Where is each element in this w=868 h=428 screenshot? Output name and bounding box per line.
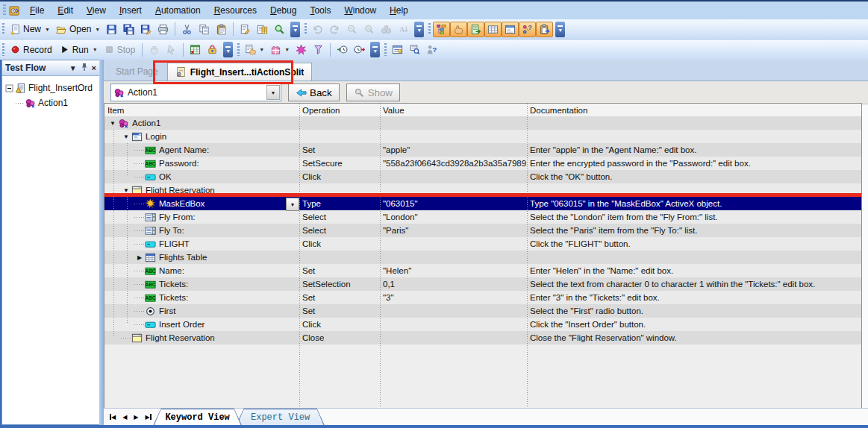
cut-button[interactable] [178,22,196,37]
object-spy-button[interactable] [163,42,180,57]
operation-cell[interactable]: Set [299,145,380,154]
table-row[interactable]: ABCTickets:SetSelection0,1Select the tex… [104,277,861,291]
operation-cell[interactable]: Click [299,239,380,248]
toolbar-options-chevron-icon[interactable]: ▾ [555,22,565,37]
column-value[interactable]: Value [380,106,527,115]
dropdown-arrow-icon[interactable]: ▼ [258,47,264,52]
documentation-cell[interactable]: Select the "First" radio button. [527,306,861,315]
show-button[interactable]: Show [346,84,400,101]
table-row[interactable]: ▶Flights Table [104,251,861,264]
first-view-button[interactable]: ◀ [110,414,116,421]
operation-cell[interactable]: Set [299,306,380,315]
undo-button[interactable] [309,22,326,37]
documentation-cell[interactable]: Close the "Flight Reservation" window. [527,333,861,342]
help-assistant-button[interactable]: ? [423,42,440,57]
value-cell[interactable]: "558a23f06643cd3928a2b3a35a7989... [380,159,527,168]
new-document-button[interactable]: New▼ [7,22,53,37]
table-row[interactable]: ▼Action1 [104,116,861,130]
menu-file[interactable]: File [23,3,51,18]
toolbar-options-chevron-icon[interactable]: ▾ [370,42,380,57]
column-documentation[interactable]: Documentation [527,106,861,115]
find-binoculars-button[interactable] [378,22,395,37]
parameterize-star-button[interactable] [293,42,310,57]
redo-button[interactable] [326,22,343,37]
test-results-button[interactable] [389,42,406,57]
properties-clipboard-button[interactable] [536,22,553,37]
table-row[interactable]: OKClickClick the "OK" button. [104,170,861,183]
value-cell[interactable]: "apple" [380,145,527,154]
documentation-cell[interactable]: Click the "Insert Order" button. [527,320,861,329]
value-cell[interactable]: "063015" [380,199,527,208]
expand-arrow[interactable]: ▼ [121,133,131,140]
operation-cell[interactable]: Set [299,293,380,302]
panel-menu-icon[interactable]: ▼ [69,64,77,72]
operation-cell[interactable]: Click [299,320,380,329]
documentation-cell[interactable]: Enter the encrypted password in the "Pas… [527,159,861,168]
record-button[interactable]: Record [7,42,56,57]
recovery-hand-button[interactable] [450,22,467,37]
table-row[interactable]: Fly To:Select"Paris"Select the "Paris" i… [104,224,861,237]
dropdown-arrow-icon[interactable]: ▼ [44,27,50,32]
pin-icon[interactable] [81,63,88,73]
document-tab[interactable]: Flight_Insert...tiActionSplit [167,63,313,81]
table-row[interactable]: Flight ReservationCloseClose the "Flight… [104,331,861,344]
object-lock-button[interactable] [204,42,221,57]
operation-cell[interactable]: Select [299,213,380,221]
save-as-button[interactable] [137,22,154,37]
analog-mouse-button[interactable] [146,42,163,57]
open-folder-button[interactable]: Open▼ [53,22,103,37]
run-to-step-button[interactable] [351,42,368,57]
item-dropdown-button[interactable]: ▼ [286,198,299,211]
documentation-cell[interactable]: Enter "3" in the "Tickets:" edit box. [527,293,861,302]
object-repository-doc-button[interactable] [254,22,271,37]
table-row[interactable]: ABCName:Set"Helen"Enter "Helen" in the "… [104,264,861,277]
operation-cell[interactable]: SetSelection [299,280,380,289]
dropdown-arrow-icon[interactable]: ▼ [94,27,100,32]
documentation-cell[interactable]: Enter "apple" in the "Agent Name:" edit … [527,145,861,154]
table-row[interactable]: Insert OrderClickClick the "Insert Order… [104,318,861,331]
next-view-button[interactable]: ▶ [134,414,138,421]
documentation-cell[interactable]: Select the text from character 0 to char… [527,280,861,289]
expand-arrow[interactable]: ▼ [107,120,118,127]
operation-cell[interactable]: Type [299,199,380,208]
menu-automation[interactable]: Automation [149,3,207,18]
back-button[interactable]: Back [288,84,340,101]
rename-button[interactable] [237,22,254,37]
documentation-cell[interactable]: Enter "Helen" in the "Name:" edit box. [527,266,861,275]
combo-dropdown-icon[interactable]: ▼ [266,85,280,100]
operation-cell[interactable]: Set [299,266,380,275]
operation-cell[interactable]: Select [299,226,380,235]
menu-debug[interactable]: Debug [263,3,303,18]
table-row[interactable]: MaskEdBoxType"063015"Type "063015" in th… [104,197,861,210]
documentation-cell[interactable]: Type "063015" in the "MaskEdBox" ActiveX… [527,199,861,208]
table-row[interactable]: ABCAgent Name:Set"apple"Enter "apple" in… [104,143,861,157]
export-sheet-button[interactable] [467,22,484,37]
menu-insert[interactable]: Insert [113,3,149,18]
dropdown-arrow-icon[interactable]: ▼ [92,47,98,52]
stop-button[interactable]: Stop [101,42,140,57]
run-from-step-button[interactable] [334,42,351,57]
paste-button[interactable] [213,22,230,37]
table-row[interactable]: FirstSetSelect the "First" radio button. [104,304,861,318]
previous-view-button[interactable]: ◀ [122,414,127,421]
column-item[interactable]: Item [104,106,299,115]
column-operation[interactable]: Operation [299,106,380,115]
document-tab[interactable]: Start Page [107,63,167,81]
search-button[interactable] [271,22,288,37]
zoom-cancel-button[interactable] [360,22,378,37]
value-cell[interactable]: "London" [380,213,527,221]
action-selector[interactable]: Action1 ▼ [110,84,281,101]
copy-button[interactable] [196,22,213,37]
operation-cell[interactable]: Close [299,333,380,342]
value-cell[interactable]: "Helen" [380,266,527,275]
value-cell[interactable]: "3" [380,293,527,302]
table-row[interactable]: FLIGHTClickClick the "FLIGHT" button. [104,237,861,251]
menu-tools[interactable]: Tools [303,3,337,18]
tree-node[interactable]: Action1 [4,95,98,110]
data-table-excel-button[interactable] [187,42,204,57]
menu-help[interactable]: Help [383,3,415,18]
table-row[interactable]: Fly From:Select"London"Select the "Londo… [104,210,861,224]
expand-arrow[interactable]: ▶ [134,254,145,261]
toolbar-options-chevron-icon[interactable]: ▾ [223,42,233,57]
operation-cell[interactable]: Click [299,172,380,181]
